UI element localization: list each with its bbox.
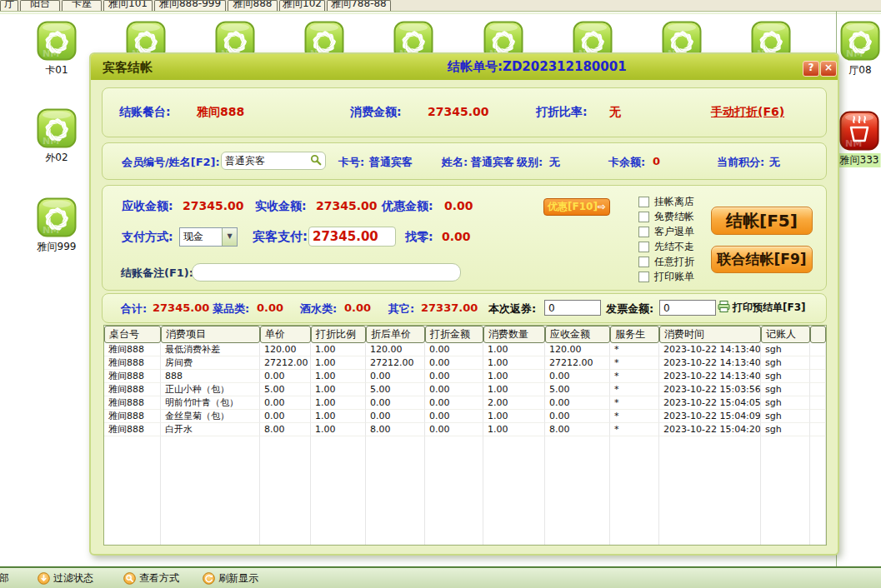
- print-pre-bill-button[interactable]: 打印预结单[F3]: [718, 301, 806, 315]
- coupon-f10-button[interactable]: 优惠[F10]⇨: [543, 198, 610, 216]
- grid-cell: 0.00: [260, 410, 311, 423]
- grid-header-cell[interactable]: 桌台号: [104, 326, 161, 343]
- statusbar-refresh[interactable]: 刷新显示: [203, 571, 258, 586]
- grid-header-cell[interactable]: 服务生: [610, 326, 659, 343]
- grid-header-cell[interactable]: 消费时间: [659, 326, 761, 343]
- table-value: 雅间888: [197, 105, 244, 120]
- grid-header-cell[interactable]: 折后单价: [366, 326, 425, 343]
- dialog-title-bar: 宾客结帐 结帐单号:ZD202312180001 ? ×: [91, 54, 838, 80]
- other-value: 27337.00: [421, 301, 478, 314]
- grid-cell: 金丝皇菊（包）: [161, 410, 260, 423]
- settle-f5-button[interactable]: 结帐[F5]: [711, 207, 813, 235]
- table-icon-top-厅08[interactable]: NM厅08: [840, 21, 880, 61]
- table-row[interactable]: 雅间888房间费27212.001.0027212.000.001.002721…: [104, 356, 826, 370]
- checkbox-box[interactable]: [638, 212, 649, 222]
- note-input[interactable]: [192, 263, 461, 282]
- grid-cell: 雅间888: [104, 410, 161, 423]
- coupon-return-input[interactable]: 0: [544, 300, 601, 316]
- table-icon-雅间999[interactable]: NM雅间999: [37, 197, 77, 237]
- status-bar: 全部 过滤状态 查看方式 刷新显示: [0, 566, 881, 588]
- grid-header-cell[interactable]: 打折金额: [425, 326, 483, 343]
- coupon-return-label: 本次返券:: [488, 301, 536, 316]
- help-button[interactable]: ?: [803, 61, 819, 77]
- zone-tab-5[interactable]: 雅间888: [228, 0, 278, 11]
- zone-tab-6[interactable]: 雅间102: [279, 0, 325, 11]
- table-icon-top-卡01[interactable]: NM卡01: [37, 21, 77, 61]
- checkbox-box[interactable]: [638, 257, 649, 267]
- right-arrow-icon: ⇨: [598, 201, 606, 212]
- zone-tab-2[interactable]: 卡座: [62, 0, 102, 11]
- pay-method-value: 现金: [180, 230, 222, 244]
- guest-checkout-dialog: 宾客结帐 结帐单号:ZD202312180001 ? × 结账餐台: 雅间888…: [89, 52, 839, 556]
- grid-cell: 5.00: [260, 383, 311, 396]
- grid-cell: 2023-10-22 14:13:40: [659, 370, 761, 383]
- grid-header-cell[interactable]: 单价: [260, 326, 311, 343]
- table-row[interactable]: 雅间888正山小种（包）5.001.005.000.001.005.00*202…: [104, 383, 826, 396]
- down-arrow-circle-icon: [38, 572, 50, 585]
- checkbox-客户退单[interactable]: 客户退单: [638, 225, 694, 239]
- grid-filler-cell: [104, 436, 161, 545]
- receivable-value: 27345.00: [183, 199, 244, 212]
- grid-cell: 120.00: [366, 343, 425, 356]
- checkbox-box[interactable]: [638, 242, 649, 252]
- pay-method-select[interactable]: 现金 ▼: [179, 227, 238, 247]
- table-row[interactable]: 雅间888明前竹叶青（包）0.001.000.000.002.000.00*20…: [104, 396, 826, 410]
- checkbox-免费结帐[interactable]: 免费结帐: [638, 210, 694, 224]
- table-row[interactable]: 雅间8888880.001.000.000.001.000.00*2023-10…: [104, 370, 826, 383]
- checkbox-box[interactable]: [638, 197, 649, 207]
- member-search-input[interactable]: 普通宾客: [221, 152, 326, 170]
- grid-cell: 120.00: [260, 343, 311, 356]
- zone-tab-4[interactable]: 雅间888-999: [154, 0, 226, 11]
- grid-cell: 1.00: [483, 370, 545, 383]
- table-icon-雅间333[interactable]: NM雅间333: [839, 111, 879, 151]
- grid-cell: [810, 423, 826, 436]
- grid-filler-cell: [545, 436, 610, 545]
- chevron-down-icon[interactable]: ▼: [222, 228, 237, 246]
- joint-settle-f9-button[interactable]: 联合结帐[F9]: [711, 246, 813, 273]
- statusbar-view[interactable]: 查看方式: [123, 571, 179, 586]
- table-row[interactable]: 雅间888白开水8.001.008.000.001.008.00*2023-10…: [104, 423, 826, 436]
- grid-header-cell[interactable]: 消费项目: [161, 326, 260, 343]
- close-button[interactable]: ×: [820, 61, 837, 77]
- zone-tab-7[interactable]: 雅间788-88: [327, 0, 391, 11]
- grid-header-cell[interactable]: 打折比例: [311, 326, 366, 343]
- checkbox-挂帐离店[interactable]: 挂帐离店: [638, 195, 694, 209]
- grid-cell: 2.00: [483, 396, 545, 410]
- grid-header-cell[interactable]: 应收金额: [545, 326, 610, 343]
- checkbox-box[interactable]: [638, 227, 649, 237]
- table-row[interactable]: 雅间888最低消费补差120.001.00120.000.001.00120.0…: [104, 343, 826, 356]
- search-icon[interactable]: [310, 154, 322, 168]
- grid-header-cell[interactable]: 消费数量: [483, 326, 545, 343]
- guest-pay-input[interactable]: 27345.00: [308, 227, 396, 247]
- table-row[interactable]: 雅间888金丝皇菊（包）0.001.000.000.001.000.00*202…: [104, 410, 826, 423]
- zone-tab-1[interactable]: 阳台: [20, 0, 60, 11]
- bill-number: 结帐单号:ZD202312180001: [448, 59, 627, 75]
- zone-tab-label: 厅: [1, 0, 18, 11]
- member-panel: 会员编号/姓名[F2]: 普通宾客 卡号: 普通宾客 姓名: 普通宾客 级别: …: [102, 142, 827, 180]
- manual-discount-link[interactable]: 手动打折(F6): [711, 105, 784, 120]
- received-label: 实收金额:: [255, 199, 307, 214]
- payment-panel: 应收金额: 27345.00 实收金额: 27345.00 优惠金额: 0.00…: [102, 185, 827, 291]
- checkbox-任意打折[interactable]: 任意打折: [638, 255, 694, 269]
- statusbar-all-label: 全部: [0, 571, 9, 586]
- checkbox-box[interactable]: [638, 272, 649, 282]
- checkbox-打印账单[interactable]: 打印账单: [638, 270, 694, 284]
- statusbar-filter[interactable]: 过滤状态: [38, 571, 93, 586]
- grid-cell: 1.00: [311, 356, 366, 370]
- totals-panel: 合计: 27345.00 菜品类: 0.00 酒水类: 0.00 其它: 273…: [102, 293, 827, 323]
- grid-cell: 雅间888: [104, 423, 161, 436]
- checkbox-先结不走[interactable]: 先结不走: [638, 240, 694, 254]
- discount-amount-value: 0.00: [444, 199, 473, 212]
- grid-cell: sgh: [761, 370, 810, 383]
- grid-cell: 1.00: [483, 343, 545, 356]
- table-icon-外02[interactable]: NM外02: [37, 108, 77, 148]
- zone-tab-0[interactable]: 厅: [0, 0, 18, 11]
- grid-header-cell[interactable]: 记账人: [761, 326, 810, 343]
- statusbar-all[interactable]: 全部: [0, 571, 9, 586]
- grid-header-cell[interactable]: [810, 326, 826, 343]
- zone-tab-3[interactable]: 雅间101: [103, 0, 153, 11]
- invoice-input[interactable]: 0: [659, 300, 716, 316]
- guest-pay-label: 宾客支付:: [253, 229, 308, 245]
- grid-header-row: 桌台号消费项目单价打折比例折后单价打折金额消费数量应收金额服务生消费时间记账人: [104, 326, 826, 343]
- guest-pay-value: 27345.00: [313, 229, 378, 244]
